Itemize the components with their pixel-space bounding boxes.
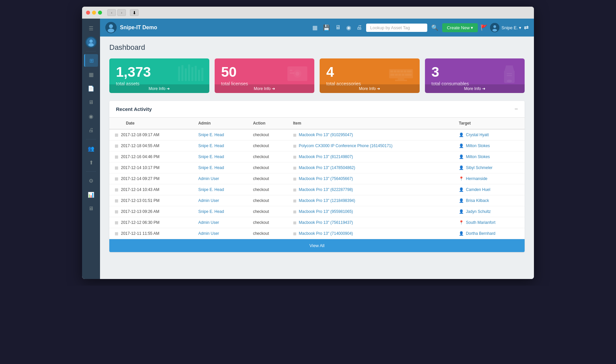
sidebar-item-users[interactable]: 👥 — [84, 142, 98, 155]
forward-button[interactable]: › — [117, 9, 126, 16]
admin-link[interactable]: Admin User — [198, 220, 219, 225]
item-link[interactable]: Polycom CX3000 IP Conference Phone (1614… — [299, 143, 392, 148]
item-link[interactable]: Macbook Pro 13" (955981065) — [299, 209, 353, 214]
item-link[interactable]: Macbook Pro 13" (714000904) — [299, 231, 353, 236]
target-link[interactable]: Camden Huel — [466, 187, 490, 192]
target-link[interactable]: Brisa Kilback — [466, 198, 489, 203]
admin-link[interactable]: Snipe E. Head — [198, 154, 224, 159]
barcode-cell-icon: ▦ — [115, 209, 118, 214]
admin-link[interactable]: Snipe E. Head — [198, 209, 224, 214]
drop-icon[interactable]: ◉ — [346, 24, 351, 31]
target-link[interactable]: Milton Stokes — [466, 154, 490, 159]
target-link[interactable]: Jadyn Schultz — [466, 209, 491, 214]
sidebar-item-dashboard[interactable]: ⊞ — [84, 54, 98, 67]
item-link[interactable]: Macbook Pro 13" (910295047) — [299, 133, 353, 137]
maximize-button[interactable] — [98, 11, 102, 15]
consumables-more-info[interactable]: More Info ➜ — [425, 84, 525, 93]
assets-more-info[interactable]: More Info ➜ — [109, 84, 209, 93]
target-link[interactable]: Crystal Hyatt — [466, 133, 489, 137]
admin-link[interactable]: Admin User — [198, 231, 219, 236]
monitor-nav-icon[interactable]: 🖥 — [335, 24, 341, 31]
svg-point-19 — [295, 72, 299, 76]
col-item: Item — [288, 118, 454, 129]
item-barcode-icon: ▦ — [293, 199, 296, 203]
user-menu[interactable]: Snipe E. ▾ — [490, 23, 521, 32]
barcode-icon[interactable]: ▦ — [312, 24, 318, 31]
sidebar-item-consumables[interactable]: ◉ — [84, 110, 98, 123]
target-type-icon: 👤 — [459, 209, 464, 214]
search-icon[interactable]: 🔍 — [431, 24, 438, 31]
sidebar-divider-1 — [86, 51, 96, 51]
target-link[interactable]: Hermanside — [466, 176, 487, 181]
flag-icon[interactable]: 🚩 — [480, 24, 487, 31]
sidebar-item-printer[interactable]: 🖨 — [84, 124, 98, 136]
item-link[interactable]: Macbook Pro 13" (622287798) — [299, 187, 353, 192]
item-link[interactable]: Macbook Pro 13" (756119437) — [299, 220, 353, 225]
save-icon[interactable]: 💾 — [323, 24, 330, 31]
sidebar-item-upload[interactable]: ⬆ — [84, 156, 98, 169]
sidebar-item-accessories[interactable]: 🖥 — [84, 96, 98, 109]
search-box[interactable] — [366, 24, 427, 32]
col-admin: Admin — [193, 118, 248, 129]
target-type-icon: 📍 — [459, 176, 464, 181]
col-target: Target — [454, 118, 525, 129]
item-link[interactable]: Macbook Pro 13" (812149807) — [299, 154, 353, 159]
sidebar-item-settings[interactable]: ⚙ — [84, 174, 98, 187]
sidebar-item-assets[interactable]: ▦ — [84, 68, 98, 81]
total-assets-card[interactable]: 1,373 total assets — [109, 58, 209, 93]
asset-tag-search[interactable] — [370, 25, 423, 30]
admin-link[interactable]: Admin User — [198, 198, 219, 203]
svg-point-7 — [493, 25, 496, 28]
target-link[interactable]: South Marianfort — [466, 220, 495, 225]
sidebar-brand-avatar[interactable] — [84, 36, 98, 48]
share-icon[interactable]: ⇄ — [524, 24, 529, 31]
admin-link[interactable]: Snipe E. Head — [198, 165, 224, 170]
table-row: ▦2017-12-18 04:55 AM Snipe E. Head check… — [109, 140, 525, 151]
sidebar-item-licenses[interactable]: 📄 — [84, 82, 98, 95]
view-all-button[interactable]: View All — [109, 239, 525, 252]
cell-item: ▦ Macbook Pro 13" (812149807) — [288, 151, 454, 162]
item-link[interactable]: Macbook Pro 13" (756405667) — [299, 176, 353, 181]
download-icon[interactable]: ⬇ — [130, 9, 139, 16]
item-link[interactable]: Macbook Pro 13" (1478504862) — [299, 165, 355, 170]
sidebar-item-monitor[interactable]: 🖥 — [84, 202, 98, 215]
target-link[interactable]: Milton Stokes — [466, 143, 490, 148]
minimize-section-button[interactable]: − — [514, 106, 518, 113]
admin-link[interactable]: Snipe E. Head — [198, 133, 224, 137]
print-icon[interactable]: 🖨 — [357, 24, 362, 31]
close-button[interactable] — [86, 11, 90, 15]
cell-target: 📍 Hermanside — [454, 173, 525, 184]
target-link[interactable]: Dortha Bernhard — [466, 231, 495, 236]
admin-link[interactable]: Admin User — [198, 176, 219, 181]
accessories-more-info[interactable]: More Info ➜ — [320, 84, 420, 93]
main-area: Snipe-IT Demo ▦ 💾 🖥 ◉ 🖨 🔍 Create New ▾ 🚩 — [100, 19, 534, 279]
create-new-button[interactable]: Create New ▾ — [442, 23, 478, 32]
sidebar-item-reports[interactable]: 📊 — [84, 188, 98, 201]
admin-link[interactable]: Snipe E. Head — [198, 143, 224, 148]
hamburger-icon: ☰ — [89, 25, 93, 32]
total-licenses-card[interactable]: 50 total licenses More Info ➜ — [215, 58, 315, 93]
admin-link[interactable]: Snipe E. Head — [198, 187, 224, 192]
cell-action: checkout — [248, 184, 288, 195]
top-navbar: Snipe-IT Demo ▦ 💾 🖥 ◉ 🖨 🔍 Create New ▾ 🚩 — [100, 19, 534, 37]
item-barcode-icon: ▦ — [293, 231, 296, 235]
licenses-more-info[interactable]: More Info ➜ — [215, 84, 315, 93]
section-title: Recent Activity — [116, 106, 152, 112]
item-barcode-icon: ▦ — [293, 144, 296, 148]
target-type-icon: 👤 — [459, 231, 464, 236]
brand-avatar-img — [105, 22, 117, 33]
total-consumables-card[interactable]: 3 total consumables More Info ➜ — [425, 58, 525, 93]
target-link[interactable]: Sibyl Schmeler — [466, 165, 492, 170]
svg-rect-33 — [405, 74, 412, 76]
sidebar-divider-3 — [86, 171, 96, 172]
item-link[interactable]: Macbook Pro 13" (1218498394) — [299, 198, 355, 203]
cell-admin: Snipe E. Head — [193, 184, 248, 195]
table-row: ▦2017-12-13 09:26 AM Snipe E. Head check… — [109, 206, 525, 217]
minimize-button[interactable] — [92, 11, 96, 15]
cell-action: checkout — [248, 173, 288, 184]
barcode-cell-icon: ▦ — [115, 187, 118, 192]
consumables-icon: ◉ — [89, 113, 93, 120]
sidebar-item-menu[interactable]: ☰ — [84, 22, 98, 35]
total-accessories-card[interactable]: 4 total accessories — [320, 58, 420, 93]
back-button[interactable]: ‹ — [107, 9, 116, 16]
